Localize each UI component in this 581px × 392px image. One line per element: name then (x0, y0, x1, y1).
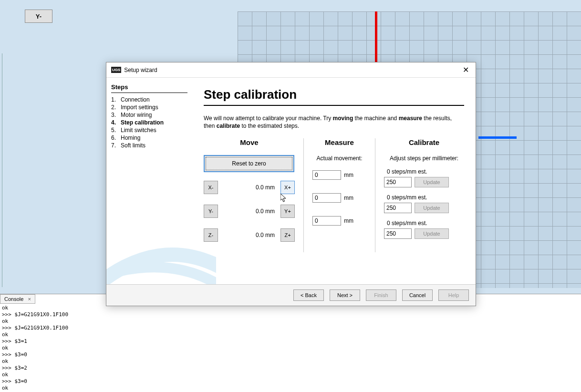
jog-minus-button[interactable]: Z- (204, 228, 218, 242)
wizard-step-item[interactable]: 3.Motor wiring (111, 111, 187, 119)
wizard-step-item[interactable]: 1.Connection (111, 96, 187, 103)
position-value: 0.0 mm (218, 208, 280, 215)
calibrate-column: Calibrate Adjust steps per millimeter: 0… (375, 138, 464, 252)
wizard-step-item[interactable]: 4.Step calibration (111, 119, 187, 126)
calibrate-row: 0 steps/mm est.Update (384, 220, 464, 239)
calibrate-row: 0 steps/mm est.Update (384, 194, 464, 213)
move-row: X-0.0 mmX+ (204, 181, 295, 194)
wizard-step-item[interactable]: 5.Limit switches (111, 126, 187, 134)
setup-wizard-dialog: UGS Setup wizard ✕ Steps 1.Connection2.I… (106, 62, 476, 306)
cancel-button[interactable]: Cancel (402, 289, 433, 301)
console-tab-label: Console (4, 296, 23, 302)
actual-movement-input[interactable] (312, 193, 341, 203)
wizard-footer: < Back Next > Finish Cancel Help (106, 284, 476, 306)
move-row: Z-0.0 mmZ+ (204, 228, 295, 242)
update-button: Update (415, 177, 449, 187)
update-button: Update (415, 203, 449, 213)
jog-minus-button[interactable]: Y- (204, 205, 218, 218)
steps-per-mm-input[interactable] (384, 203, 412, 213)
measure-row: mm (312, 193, 366, 203)
unit-label: mm (344, 217, 353, 224)
update-button: Update (415, 228, 449, 239)
actual-movement-input[interactable] (312, 216, 341, 226)
dialog-titlebar: UGS Setup wizard ✕ (106, 62, 476, 78)
wizard-step-item[interactable]: 7.Soft limits (111, 142, 187, 149)
wizard-step-item[interactable]: 6.Homing (111, 134, 187, 142)
wizard-content: Step calibration We will now attempt to … (192, 78, 476, 284)
calibrate-row: 0 steps/mm est.Update (384, 168, 464, 187)
axis-x-indicator (478, 136, 517, 139)
wizard-step-item[interactable]: 2.Import settings (111, 103, 187, 111)
actual-movement-input[interactable] (312, 170, 341, 180)
measure-label: Actual movement: (312, 155, 366, 162)
reset-to-zero-button[interactable]: Reset to zero (204, 155, 294, 172)
calibrate-heading: Calibrate (384, 138, 464, 146)
estimate-label: 0 steps/mm est. (387, 220, 464, 227)
jog-plus-button[interactable]: Z+ (280, 228, 295, 242)
page-title: Step calibration (204, 87, 464, 106)
next-button[interactable]: Next > (330, 289, 360, 301)
unit-label: mm (344, 172, 353, 178)
instructions-text: We will now attempt to calibrate your ma… (204, 114, 464, 130)
dialog-title: Setup wizard (124, 67, 157, 73)
close-icon[interactable]: ✕ (461, 65, 471, 74)
measure-column: Measure Actual movement: mmmmmm (304, 138, 375, 252)
measure-row: mm (312, 170, 366, 180)
steps-per-mm-input[interactable] (384, 177, 412, 187)
back-button[interactable]: < Back (293, 289, 324, 301)
calibrate-label: Adjust steps per millimeter: (384, 155, 464, 162)
jog-minus-button[interactable]: X- (204, 181, 218, 194)
app-logo: UGS (111, 67, 121, 73)
divider (2, 53, 2, 287)
jog-plus-button[interactable]: Y+ (280, 205, 295, 218)
finish-button: Finish (366, 289, 396, 301)
measure-row: mm (312, 216, 366, 226)
position-value: 0.0 mm (218, 232, 280, 238)
jog-plus-button[interactable]: X+ (280, 181, 295, 194)
console-tab[interactable]: Console × (0, 294, 35, 304)
console-output: ok >>> $J=G21G91X0.1F100 ok >>> $J=G21G9… (0, 304, 581, 392)
steps-heading: Steps (111, 83, 187, 93)
move-row: Y-0.0 mmY+ (204, 205, 295, 218)
wizard-steps-sidebar: Steps 1.Connection2.Import settings3.Mot… (106, 78, 192, 284)
move-heading: Move (204, 138, 295, 146)
help-button: Help (438, 289, 469, 301)
jog-y-minus-toolbar[interactable]: Y- (25, 10, 52, 23)
close-icon[interactable]: × (28, 296, 31, 302)
move-column: Move Reset to zero X-0.0 mmX+Y-0.0 mmY+Z… (204, 138, 304, 252)
estimate-label: 0 steps/mm est. (387, 194, 464, 201)
position-value: 0.0 mm (218, 184, 280, 191)
estimate-label: 0 steps/mm est. (387, 168, 464, 175)
measure-heading: Measure (312, 138, 366, 146)
console-panel: Console × ok >>> $J=G21G91X0.1F100 ok >>… (0, 294, 581, 392)
unit-label: mm (344, 195, 353, 201)
steps-per-mm-input[interactable] (384, 228, 412, 239)
